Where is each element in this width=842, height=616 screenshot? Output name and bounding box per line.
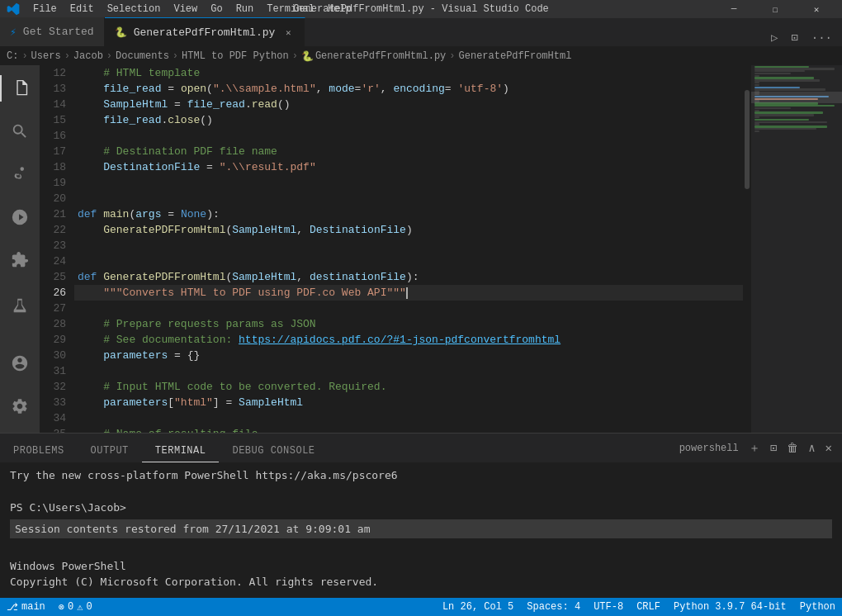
code-line-29: # See documentation: https://apidocs.pdf… — [74, 332, 743, 348]
code-line-17: # Destination PDF file name — [74, 144, 743, 159]
bc-c[interactable]: C: — [7, 50, 18, 62]
status-python-version[interactable]: Python 3.9.7 64-bit — [667, 601, 793, 613]
editor-area: 12 13 14 15 16 17 18 19 20 21 22 23 24 2… — [40, 65, 842, 433]
status-branch[interactable]: ⎇ main — [0, 598, 52, 616]
menu-go[interactable]: Go — [204, 2, 229, 17]
title-bar: File Edit Selection View Go Run Terminal… — [0, 0, 842, 18]
panel-actions: powershell ＋ ⊡ 🗑 ∧ ✕ — [669, 434, 842, 462]
tab-problems[interactable]: PROBLEMS — [0, 440, 78, 462]
menu-selection[interactable]: Selection — [101, 2, 168, 17]
activity-search[interactable] — [0, 111, 40, 151]
minimap — [751, 65, 842, 433]
activity-settings[interactable] — [0, 386, 40, 426]
code-line-21: def main(args = None): — [74, 206, 743, 222]
vscode-tab-icon: ⚡ — [10, 26, 17, 39]
terminal-line-1: Try the new cross-platform PowerShell ht… — [10, 467, 832, 484]
close-button[interactable]: ✕ — [797, 0, 835, 18]
tab-active-label: GeneratePdfFromHtml.py — [134, 26, 276, 39]
tab-get-started[interactable]: ⚡ Get Started — [0, 17, 105, 46]
status-encoding[interactable]: UTF-8 — [587, 601, 630, 613]
tab-generate-pdf[interactable]: 🐍 GeneratePdfFromHtml.py ✕ — [105, 17, 306, 46]
tab-output[interactable]: OUTPUT — [78, 440, 142, 462]
split-terminal-button[interactable]: ⊡ — [767, 439, 780, 457]
scrollbar-thumb — [745, 90, 750, 189]
session-restored-box: Session contents restored from 27/11/202… — [10, 519, 832, 539]
code-lines: # HTML template file_read = open(".\\sam… — [74, 65, 743, 433]
terminal-line-copyright: Copyright (C) Microsoft Corporation. All… — [10, 574, 832, 590]
activity-explorer[interactable] — [0, 69, 40, 108]
bc-html-to-pdf[interactable]: HTML to PDF Python — [182, 50, 289, 62]
maximize-panel-button[interactable]: ∧ — [805, 439, 818, 457]
activity-extensions[interactable] — [0, 240, 40, 280]
bc-jacob[interactable]: Jacob — [73, 50, 103, 62]
code-line-16 — [74, 128, 743, 144]
breadcrumb: C: › Users › Jacob › Documents › HTML to… — [0, 47, 842, 65]
code-line-22: GeneratePDFFromHtml(SampleHtml, Destinat… — [74, 222, 743, 238]
status-spaces[interactable]: Spaces: 4 — [520, 601, 587, 613]
bottom-panel: PROBLEMS OUTPUT TERMINAL DEBUG CONSOLE p… — [0, 433, 842, 598]
activity-run-debug[interactable] — [0, 197, 40, 237]
status-eol[interactable]: CRLF — [630, 601, 667, 613]
activity-source-control[interactable] — [0, 154, 40, 194]
more-actions-button[interactable]: ··· — [808, 30, 835, 46]
error-icon: ⊗ — [59, 601, 64, 614]
code-line-20 — [74, 191, 743, 206]
menu-edit[interactable]: Edit — [64, 2, 101, 17]
new-terminal-button[interactable]: ＋ — [745, 439, 764, 457]
menu-run[interactable]: Run — [229, 2, 261, 17]
bc-documents[interactable]: Documents — [116, 50, 169, 62]
terminal-prompt-1: PS C:\Users\Jacob> — [10, 500, 832, 516]
terminal-line-2 — [10, 484, 832, 500]
kill-terminal-button[interactable]: 🗑 — [783, 440, 802, 457]
code-line-15: file_read.close() — [74, 112, 743, 128]
bc-users[interactable]: Users — [31, 50, 61, 62]
code-line-24 — [74, 254, 743, 269]
bc-filename[interactable]: GeneratePdfFromHtml.py — [315, 50, 446, 62]
bc-file-icon: 🐍 — [301, 50, 314, 63]
code-line-28: # Prepare requests params as JSON — [74, 316, 743, 332]
window-controls: ─ ☐ ✕ — [715, 0, 835, 18]
code-line-31 — [74, 363, 743, 379]
bc-symbol[interactable]: GeneratePdfFromHtml — [459, 50, 572, 62]
python-file-icon: 🐍 — [115, 26, 127, 39]
maximize-button[interactable]: ☐ — [756, 0, 794, 18]
code-line-34 — [74, 410, 743, 426]
split-editor-button[interactable]: ⊡ — [788, 29, 801, 46]
code-line-27 — [74, 301, 743, 316]
tab-debug-console[interactable]: DEBUG CONSOLE — [219, 440, 328, 462]
code-line-18: DestinationFile = ".\\result.pdf" — [74, 159, 743, 175]
terminal-content[interactable]: Try the new cross-platform PowerShell ht… — [0, 462, 842, 598]
code-content: 12 13 14 15 16 17 18 19 20 21 22 23 24 2… — [40, 65, 842, 433]
status-line-col[interactable]: Ln 26, Col 5 — [436, 601, 520, 613]
minimize-button[interactable]: ─ — [715, 0, 753, 18]
activity-bar — [0, 65, 40, 433]
status-errors[interactable]: ⊗ 0 ⚠ 0 — [52, 598, 99, 616]
tab-terminal[interactable]: TERMINAL — [142, 440, 220, 462]
code-line-14: SampleHtml = file_read.read() — [74, 97, 743, 112]
code-line-33: parameters["html"] = SampleHtml — [74, 395, 743, 410]
menu-file[interactable]: File — [26, 2, 64, 17]
run-python-button[interactable]: ▷ — [768, 29, 781, 46]
code-line-26: """Converts HTML to PDF using PDF.co Web… — [74, 285, 743, 301]
tab-get-started-label: Get Started — [23, 26, 94, 38]
editor-scrollbar[interactable] — [743, 65, 751, 433]
tab-bar-actions: ▷ ⊡ ··· — [761, 29, 842, 46]
code-line-23 — [74, 238, 743, 254]
terminal-line-blank — [10, 542, 832, 558]
menu-view[interactable]: View — [167, 2, 204, 17]
code-line-30: parameters = {} — [74, 348, 743, 363]
tab-close-button[interactable]: ✕ — [281, 26, 295, 39]
code-line-12: # HTML template — [74, 65, 743, 81]
close-panel-button[interactable]: ✕ — [822, 439, 835, 457]
activity-accounts[interactable] — [0, 344, 40, 383]
window-title: GeneratePdfFromHtml.py - Visual Studio C… — [293, 3, 549, 15]
warning-count: 0 — [86, 601, 92, 613]
code-editor[interactable]: 12 13 14 15 16 17 18 19 20 21 22 23 24 2… — [40, 65, 842, 433]
status-language[interactable]: Python — [793, 601, 842, 613]
error-count: 0 — [68, 601, 73, 613]
code-line-35: # Name of resulting file — [74, 426, 743, 433]
git-branch-icon: ⎇ — [7, 601, 18, 614]
terminal-line-blank2 — [10, 590, 832, 599]
warning-icon: ⚠ — [77, 601, 83, 614]
activity-testing[interactable] — [0, 287, 40, 326]
